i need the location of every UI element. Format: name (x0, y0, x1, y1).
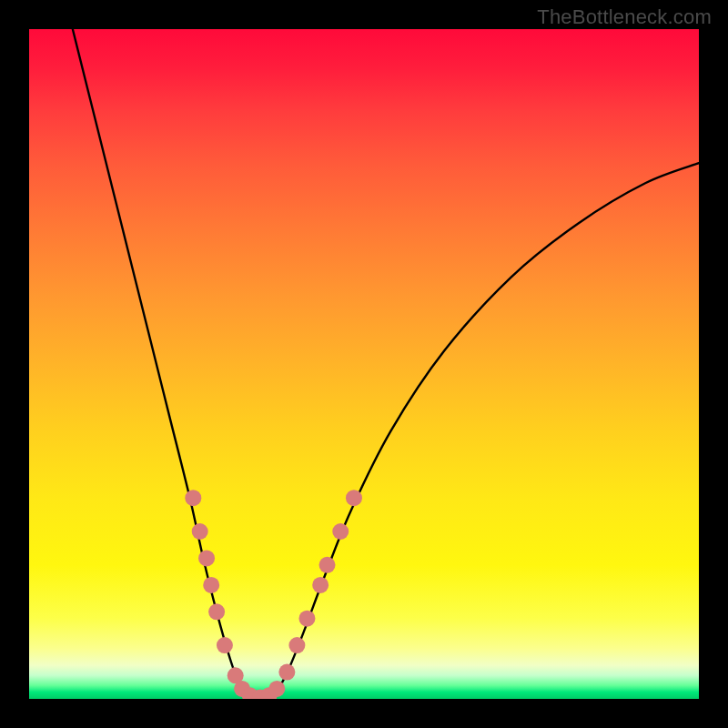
watermark-text: TheBottleneck.com (537, 5, 712, 29)
bottleneck-curve (73, 29, 699, 699)
marker-dot (312, 577, 329, 593)
marker-dot (198, 550, 215, 566)
marker-dot (332, 523, 349, 540)
marker-dot (185, 490, 201, 506)
marker-dot (208, 603, 225, 620)
chart-frame (29, 29, 699, 699)
marker-dot (278, 664, 295, 681)
marker-dot (288, 637, 305, 653)
chart-svg (29, 29, 699, 699)
marker-dot (203, 577, 219, 593)
marker-dot (298, 611, 315, 627)
marker-dot (217, 637, 233, 653)
marker-dot (268, 681, 285, 697)
marker-dot (319, 557, 336, 573)
marker-dot (346, 490, 362, 506)
marker-dot (192, 523, 208, 540)
